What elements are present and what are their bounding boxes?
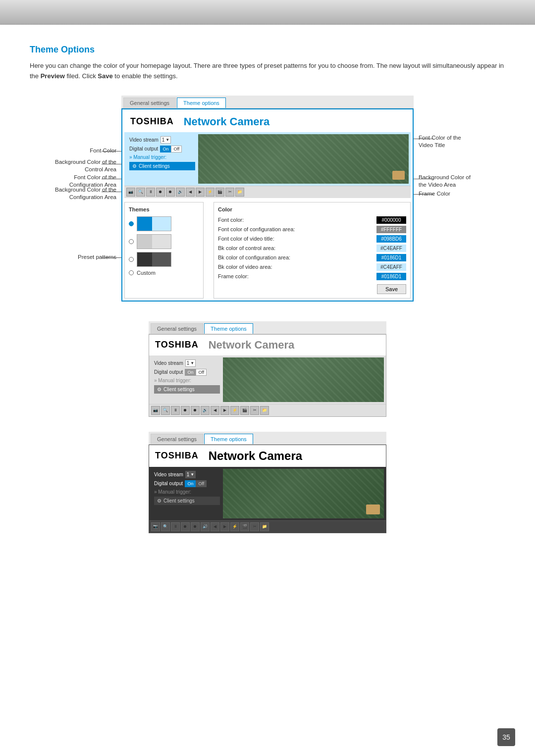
dark-tool-2[interactable]: 🔍 bbox=[161, 522, 170, 531]
dark-tool-9[interactable]: ⚡ bbox=[230, 522, 239, 531]
dark-on-button[interactable]: On bbox=[185, 480, 196, 487]
color-label-3: Bk color of control area: bbox=[218, 245, 275, 251]
gray-tool-10[interactable]: 🎬 bbox=[240, 406, 249, 415]
dark-network-camera-title: Network Camera bbox=[209, 449, 302, 463]
tool-btn-10[interactable]: 🎬 bbox=[215, 188, 224, 197]
tool-btn-1[interactable]: 📷 bbox=[126, 188, 135, 197]
tab-theme-gray[interactable]: Theme options bbox=[204, 323, 253, 334]
video-overlay bbox=[198, 134, 409, 184]
theme-option-1[interactable] bbox=[129, 216, 199, 231]
dark-tool-8[interactable]: ▶ bbox=[220, 522, 229, 531]
off-button[interactable]: Off bbox=[171, 146, 182, 152]
dark-settings-icon: ⚙ bbox=[157, 498, 161, 504]
color-title: Color bbox=[218, 206, 406, 212]
anno-bg-video: Background Color ofthe Video Area bbox=[419, 174, 471, 189]
tab-bar: General settings Theme options bbox=[121, 96, 414, 108]
dark-off-button[interactable]: Off bbox=[196, 480, 207, 487]
radio-1[interactable] bbox=[129, 221, 134, 226]
gray-video-stream-row: Video stream 1 ▼ bbox=[154, 359, 220, 367]
dark-video-area bbox=[223, 469, 384, 518]
gray-toshiba-logo: TOSHIBA bbox=[155, 340, 199, 350]
on-off-toggle[interactable]: On Off bbox=[160, 146, 182, 152]
dark-toshiba-logo: TOSHIBA bbox=[155, 451, 199, 461]
intro-text3: filed. Click bbox=[65, 72, 98, 80]
main-camera-ui: General settings Theme options TOSHIBA N… bbox=[121, 96, 414, 302]
tool-btn-3[interactable]: ⏸ bbox=[146, 188, 155, 197]
gray-tool-3[interactable]: ⏸ bbox=[171, 406, 180, 415]
tool-btn-5[interactable]: ⏺ bbox=[166, 188, 175, 197]
theme-option-custom[interactable]: Custom bbox=[129, 270, 199, 276]
gray-video-stream-select[interactable]: 1 ▼ bbox=[185, 359, 196, 367]
tab-bar-gray: General settings Theme options bbox=[149, 321, 386, 334]
anno-preset: Preset patterns bbox=[78, 254, 116, 260]
tool-btn-4[interactable]: ⏺ bbox=[156, 188, 165, 197]
dark-camera-box: TOSHIBA Network Camera Video stream 1 ▼ bbox=[149, 445, 386, 533]
gray-on-button[interactable]: On bbox=[185, 369, 196, 376]
themes-title: Themes bbox=[129, 206, 199, 212]
color-row-3: Bk color of control area: #C4EAFF bbox=[218, 245, 406, 252]
gray-video-stream-label: Video stream bbox=[154, 360, 183, 366]
radio-2[interactable] bbox=[129, 239, 134, 244]
radio-3[interactable] bbox=[129, 257, 134, 262]
gray-video-overlay bbox=[223, 357, 384, 402]
tool-btn-11[interactable]: ✂ bbox=[225, 188, 234, 197]
dark-video-stream-row: Video stream 1 ▼ bbox=[154, 471, 220, 478]
on-button[interactable]: On bbox=[160, 146, 171, 152]
anno-line-font-config bbox=[102, 179, 121, 179]
theme-option-2[interactable] bbox=[129, 234, 199, 249]
color-label-1: Font color of configuration area: bbox=[218, 226, 295, 232]
settings-icon: ⚙ bbox=[132, 163, 137, 169]
tool-btn-2[interactable]: 🔍 bbox=[136, 188, 145, 197]
network-camera-title-blue: Network Camera bbox=[184, 115, 270, 128]
gray-tool-5[interactable]: ⏺ bbox=[191, 406, 200, 415]
save-button[interactable]: Save bbox=[377, 284, 406, 294]
gray-client-settings-bar[interactable]: ⚙ Client settings bbox=[154, 385, 220, 394]
dark-on-off-toggle[interactable]: On Off bbox=[185, 480, 207, 487]
video-stream-select[interactable]: 1 ▼ bbox=[160, 136, 171, 144]
tab-general-gray[interactable]: General settings bbox=[151, 323, 203, 334]
color-swatch-0: #000000 bbox=[376, 216, 406, 224]
gray-camera-box: TOSHIBA Network Camera Video stream 1 ▼ bbox=[149, 334, 386, 417]
dark-tool-12[interactable]: 📁 bbox=[260, 522, 269, 531]
dark-tool-7[interactable]: ◀ bbox=[211, 522, 219, 531]
anno-line-font-video bbox=[414, 139, 433, 139]
tool-btn-7[interactable]: ◀ bbox=[186, 188, 195, 197]
gray-tool-7[interactable]: ◀ bbox=[211, 406, 219, 415]
tab-theme[interactable]: Theme options bbox=[177, 98, 226, 108]
themes-box: Themes bbox=[124, 202, 204, 299]
client-settings-bar[interactable]: ⚙ Client settings bbox=[129, 162, 195, 170]
dark-tool-5[interactable]: ⏺ bbox=[191, 522, 200, 531]
tool-btn-6[interactable]: 🔊 bbox=[176, 188, 185, 197]
gray-tool-1[interactable]: 📷 bbox=[151, 406, 160, 415]
anno-line-bg-config bbox=[102, 192, 121, 192]
preview-gray-wrapper: General settings Theme options TOSHIBA N… bbox=[149, 321, 386, 417]
tab-general[interactable]: General settings bbox=[123, 98, 176, 108]
dark-tool-1[interactable]: 📷 bbox=[151, 522, 160, 531]
tool-btn-12[interactable]: 📁 bbox=[235, 188, 244, 197]
gray-tool-2[interactable]: 🔍 bbox=[161, 406, 170, 415]
dark-tool-6[interactable]: 🔊 bbox=[201, 522, 210, 531]
anno-line-preset bbox=[102, 257, 121, 258]
anno-line-bg-video bbox=[414, 179, 433, 179]
tool-btn-9[interactable]: ⚡ bbox=[206, 188, 214, 197]
theme-option-3[interactable] bbox=[129, 252, 199, 267]
dark-client-settings-bar[interactable]: ⚙ Client settings bbox=[154, 497, 220, 505]
dark-video-stream-select[interactable]: 1 ▼ bbox=[185, 471, 196, 478]
gray-off-button[interactable]: Off bbox=[196, 369, 207, 376]
gray-tool-4[interactable]: ⏺ bbox=[181, 406, 190, 415]
gray-tool-6[interactable]: 🔊 bbox=[201, 406, 210, 415]
gray-tool-9[interactable]: ⚡ bbox=[230, 406, 239, 415]
dark-tool-11[interactable]: ✂ bbox=[250, 522, 259, 531]
radio-custom[interactable] bbox=[129, 270, 134, 275]
gray-on-off-toggle[interactable]: On Off bbox=[185, 369, 207, 376]
dark-tool-3[interactable]: ⏸ bbox=[171, 522, 180, 531]
tab-general-dark[interactable]: General settings bbox=[151, 434, 203, 444]
tool-btn-8[interactable]: ▶ bbox=[196, 188, 205, 197]
dark-tool-4[interactable]: ⏺ bbox=[181, 522, 190, 531]
gray-tool-12[interactable]: 📁 bbox=[260, 406, 269, 415]
tab-theme-dark[interactable]: Theme options bbox=[204, 434, 253, 444]
gray-tool-11[interactable]: ✂ bbox=[250, 406, 259, 415]
dark-tool-10[interactable]: 🎬 bbox=[240, 522, 249, 531]
intro-text4: to enable the settings. bbox=[113, 72, 178, 80]
gray-tool-8[interactable]: ▶ bbox=[220, 406, 229, 415]
